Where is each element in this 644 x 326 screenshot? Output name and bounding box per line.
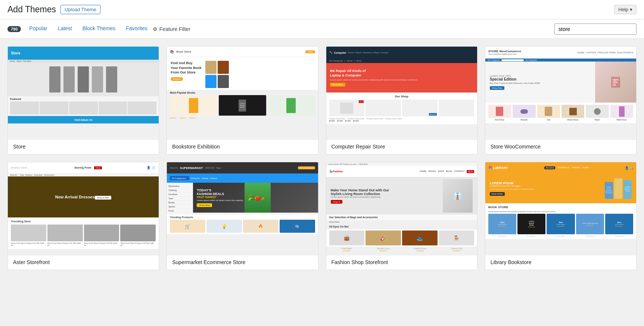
theme-name-woocommerce: Store WooCommerce — [485, 140, 636, 154]
gear-icon: ⚙ — [153, 26, 158, 32]
theme-card-bookstore[interactable]: 📚 Book Store Order Find And BuyYour Favo… — [167, 46, 318, 154]
theme-name-computer: Computer Repair Store — [326, 140, 477, 154]
help-button[interactable]: Help ▾ — [614, 5, 637, 14]
theme-name-store: Store — [8, 140, 159, 154]
tab-favorites[interactable]: Favorites — [121, 19, 153, 38]
theme-count-badge: 790 — [7, 26, 21, 32]
upload-theme-button[interactable]: Upload Theme — [60, 5, 100, 14]
themes-grid: Store Home About The Store Featured — [0, 39, 644, 278]
theme-name-storefront: Aster Storefront — [8, 256, 159, 270]
theme-tabs: 790 Popular Latest Block Themes Favorite… — [7, 19, 190, 38]
top-bar: Add Themes Upload Theme Help ▾ — [0, 0, 644, 19]
search-input[interactable] — [554, 23, 637, 35]
theme-card-fashion[interactable]: Lorem ipsum 56 Products on sale — Shop N… — [326, 162, 477, 270]
tab-latest[interactable]: Latest — [53, 19, 77, 38]
theme-card-computer[interactable]: 🔧 Computer Home | About | Services | Sho… — [326, 46, 477, 154]
page-title: Add Themes — [7, 4, 56, 15]
feature-filter[interactable]: ⚙ Feature Filter — [153, 20, 190, 38]
theme-name-bookstore: Bookstore Exhibition — [167, 140, 318, 154]
theme-card-woocommerce[interactable]: STORE WooCommerce Your marvellous taglin… — [485, 46, 637, 154]
theme-card-storefront[interactable]: Search here... Store🏪Front SALE 👤 🛒 Shop… — [7, 162, 159, 270]
theme-name-fashion: Fashion Shop Storefront — [326, 256, 477, 270]
theme-name-library: Library Bookstore — [485, 256, 636, 270]
chevron-down-icon: ▾ — [630, 7, 632, 12]
theme-card-store[interactable]: Store Home About The Store Featured — [7, 46, 159, 154]
tab-block-themes[interactable]: Block Themes — [77, 19, 121, 38]
theme-name-supermarket: Supermarket Ecommerce Store — [167, 256, 318, 270]
tab-popular[interactable]: Popular — [24, 19, 52, 38]
theme-card-library[interactable]: 📚 LIBRARY BOOKS JOURNALS TABLES SHOP 👤 🔍… — [485, 162, 637, 270]
theme-card-supermarket[interactable]: About Us SUPERMARKET SERVICES Page ˅ 99 … — [167, 162, 318, 270]
nav-bar: 790 Popular Latest Block Themes Favorite… — [0, 19, 644, 39]
